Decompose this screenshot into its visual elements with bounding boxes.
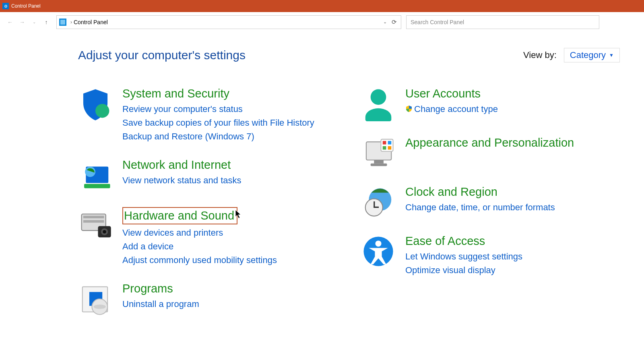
category-body: ProgramsUninstall a program — [122, 282, 199, 311]
category-title[interactable]: Appearance and Personalization — [405, 136, 574, 150]
forward-button[interactable]: → — [16, 16, 28, 28]
category-title[interactable]: Clock and Region — [405, 185, 497, 199]
shield-icon — [405, 103, 413, 116]
user-icon — [361, 87, 396, 121]
category-title[interactable]: System and Security — [122, 87, 229, 101]
categories-columns: System and SecurityReview your computer'… — [78, 87, 620, 331]
category-body: Network and InternetView network status … — [122, 158, 242, 187]
refresh-button[interactable]: ⟳ — [390, 19, 398, 26]
address-dropdown[interactable]: ⌄ — [383, 19, 387, 25]
back-button[interactable]: ← — [4, 16, 16, 28]
category: Clock and RegionChange date, time, or nu… — [361, 185, 620, 220]
category-link-text: Change account type — [414, 104, 498, 114]
category-link[interactable]: Backup and Restore (Windows 7) — [122, 130, 314, 143]
up-button[interactable]: ↑ — [40, 16, 52, 28]
category-link[interactable]: Save backup copies of your files with Fi… — [122, 116, 314, 130]
recent-dropdown[interactable]: ⌄ — [28, 16, 40, 28]
category-link[interactable]: Optimize visual display — [405, 263, 522, 277]
category: Hardware and SoundView devices and print… — [78, 207, 337, 267]
category-link[interactable]: Uninstall a program — [122, 297, 199, 311]
network-icon — [78, 158, 113, 193]
left-column: System and SecurityReview your computer'… — [78, 87, 337, 331]
category-body: User AccountsChange account type — [405, 87, 498, 116]
category-body: Appearance and Personalization — [405, 136, 574, 151]
security-icon — [78, 87, 113, 121]
category-link[interactable]: Change date, time, or number formats — [405, 201, 555, 214]
page-title: Adjust your computer's settings — [78, 48, 246, 62]
chevron-right-icon: › — [70, 19, 72, 25]
category: User AccountsChange account type — [361, 87, 620, 121]
header-row: Adjust your computer's settings View by:… — [78, 48, 620, 62]
category-body: System and SecurityReview your computer'… — [122, 87, 314, 143]
category-title[interactable]: Programs — [122, 282, 173, 296]
view-by-label: View by: — [523, 50, 557, 60]
appearance-icon — [361, 136, 396, 170]
category: ProgramsUninstall a program — [78, 282, 337, 316]
category: Appearance and Personalization — [361, 136, 620, 170]
category-link[interactable]: Review your computer's status — [122, 102, 314, 116]
category: Ease of AccessLet Windows suggest settin… — [361, 234, 620, 277]
address-bar[interactable]: › Control Panel ⌄ ⟳ — [56, 15, 401, 29]
category-link[interactable]: View network status and tasks — [122, 174, 242, 187]
right-column: User AccountsChange account typeAppearan… — [361, 87, 620, 331]
chevron-down-icon: ▼ — [609, 52, 614, 58]
category-body: Clock and RegionChange date, time, or nu… — [405, 185, 555, 214]
view-by: View by: Category ▼ — [523, 48, 620, 62]
category-link[interactable]: Add a device — [122, 240, 277, 253]
category-body: Ease of AccessLet Windows suggest settin… — [405, 234, 522, 277]
category-link[interactable]: View devices and printers — [122, 226, 277, 240]
category-title[interactable]: Ease of Access — [405, 234, 485, 248]
category-title[interactable]: Network and Internet — [122, 158, 231, 172]
category-link[interactable]: Change account type — [405, 102, 498, 116]
content: Adjust your computer's settings View by:… — [0, 32, 644, 331]
hardware-icon — [78, 207, 113, 242]
search-box[interactable] — [406, 15, 599, 29]
programs-icon — [78, 282, 113, 316]
view-by-value: Category — [570, 50, 606, 60]
view-by-select[interactable]: Category ▼ — [564, 48, 620, 62]
breadcrumb[interactable]: Control Panel — [74, 19, 108, 25]
access-icon — [361, 234, 396, 269]
title-bar: Control Panel — [0, 0, 644, 12]
category-body: Hardware and SoundView devices and print… — [122, 207, 277, 267]
app-icon — [2, 3, 9, 9]
clock-icon — [361, 185, 396, 220]
category-link[interactable]: Adjust commonly used mobility settings — [122, 253, 277, 267]
control-panel-icon — [59, 19, 66, 26]
category: Network and InternetView network status … — [78, 158, 337, 193]
category-title[interactable]: User Accounts — [405, 87, 481, 101]
category-title[interactable]: Hardware and Sound — [122, 207, 237, 224]
search-input[interactable] — [411, 19, 595, 25]
category: System and SecurityReview your computer'… — [78, 87, 337, 143]
toolbar: ← → ⌄ ↑ › Control Panel ⌄ ⟳ — [0, 12, 644, 32]
window-title: Control Panel — [11, 3, 41, 9]
category-link[interactable]: Let Windows suggest settings — [405, 250, 522, 263]
